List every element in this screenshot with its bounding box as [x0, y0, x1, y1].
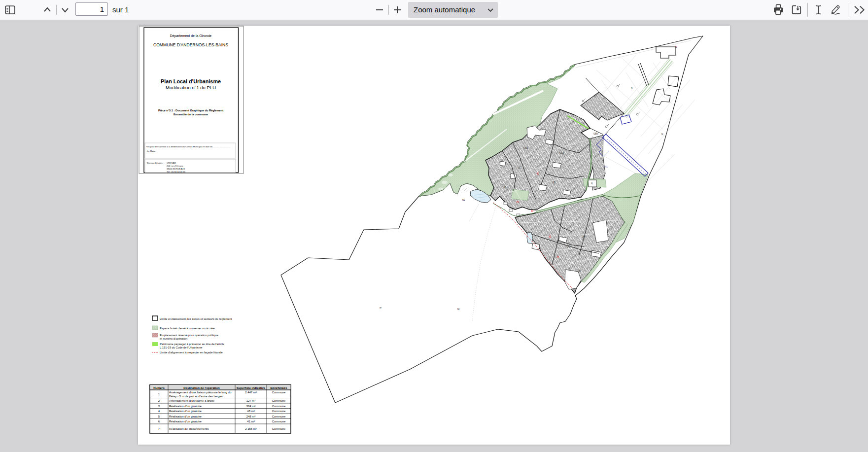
svg-text:Plan Local d'Urbanisme: Plan Local d'Urbanisme — [161, 78, 221, 84]
svg-text:Limite d'alignement à respecte: Limite d'alignement à respecter en façad… — [160, 351, 223, 354]
svg-text:334 m²: 334 m² — [246, 405, 256, 408]
svg-text:Commune: Commune — [272, 405, 286, 408]
svg-text:CREHAM: CREHAM — [167, 162, 176, 164]
svg-text:Réalisation de stationnements: Réalisation de stationnements — [169, 427, 208, 430]
svg-text:Aménagement d'un tourne à droi: Aménagement d'un tourne à droite — [169, 399, 215, 402]
svg-text:Département de la Gironde: Département de la Gironde — [170, 34, 212, 38]
svg-text:Destination de l'opération: Destination de l'opération — [183, 386, 220, 389]
svg-text:Limite et classement des zones: Limite et classement des zones et secteu… — [160, 317, 232, 320]
svg-text:COMMUNE D'ANDERNOS-LES-BAINS: COMMUNE D'ANDERNOS-LES-BAINS — [153, 42, 228, 47]
svg-text:N: N — [675, 46, 677, 48]
svg-text:202 rue d'Ornano: 202 rue d'Ornano — [167, 165, 183, 167]
svg-text:UB: UB — [582, 236, 585, 238]
svg-text:2 447 m²: 2 447 m² — [245, 391, 257, 394]
svg-text:Commune: Commune — [272, 399, 286, 402]
svg-text:41 m²: 41 m² — [247, 420, 254, 423]
svg-text:Commune: Commune — [272, 427, 286, 430]
svg-text:Réalisation d'un giratoire: Réalisation d'un giratoire — [169, 420, 202, 423]
svg-text:UBN: UBN — [593, 133, 598, 135]
svg-text:•Le Maire,: •Le Maire, — [146, 150, 156, 152]
svg-text:248 m²: 248 m² — [246, 415, 256, 418]
svg-text:2 156 m²: 2 156 m² — [245, 427, 257, 430]
svg-text:Espace boisé classé à conserve: Espace boisé classé à conserver ou à cré… — [160, 327, 215, 330]
svg-text:UC: UC — [578, 270, 581, 273]
svg-text:Bétey - 5 m de part et d'autre: Bétey - 5 m de part et d'autre des berge… — [169, 395, 223, 398]
svg-text:•Bureau d'études :: •Bureau d'études : — [146, 162, 164, 164]
svg-text:Commune: Commune — [272, 415, 286, 418]
svg-text:•Vu pour être annexé à la déli: •Vu pour être annexé à la délibération d… — [146, 145, 230, 148]
svg-text:Pièce n°5.1 : Document Graphiq: Pièce n°5.1 : Document Graphique du Règl… — [158, 109, 223, 112]
svg-text:Patrimoine paysager à préserve: Patrimoine paysager à préserver au titre… — [160, 343, 224, 346]
svg-text:Réalisation d'un giratoire: Réalisation d'un giratoire — [169, 405, 202, 408]
svg-text:Commune: Commune — [272, 410, 286, 413]
svg-text:2AU: 2AU — [604, 166, 608, 168]
svg-text:Réalisation d'un giratoire: Réalisation d'un giratoire — [169, 410, 202, 413]
svg-text:UC: UC — [518, 167, 521, 169]
svg-text:N: N — [591, 182, 592, 185]
svg-text:UB: UB — [552, 181, 555, 184]
svg-text:N: N — [661, 133, 663, 136]
svg-text:Commune: Commune — [272, 420, 286, 423]
svg-text:UCb: UCb — [559, 152, 564, 154]
svg-text:48 m²: 48 m² — [247, 410, 254, 413]
svg-text:Ensemble de la commune: Ensemble de la commune — [174, 113, 208, 116]
svg-text:N: N — [631, 87, 632, 89]
svg-text:er: er — [380, 307, 382, 309]
svg-text:Nk: Nk — [462, 199, 465, 202]
svg-text:127 m²: 127 m² — [246, 399, 256, 402]
svg-text:L.151-19 du Code de l'Urbanism: L.151-19 du Code de l'Urbanisme — [160, 346, 203, 349]
svg-text:Modification n°1 du PLU: Modification n°1 du PLU — [166, 85, 216, 90]
svg-text:Réalisation d'un giratoire: Réalisation d'un giratoire — [169, 415, 202, 418]
svg-text:Superficie indicative: Superficie indicative — [237, 386, 266, 389]
svg-text:Tél : 05 56 44 00 55: Tél : 05 56 44 00 55 — [167, 171, 186, 173]
svg-text:Nr: Nr — [457, 308, 460, 311]
svg-text:Bénéficiaire: Bénéficiaire — [270, 386, 287, 389]
svg-text:et numéro d'opération: et numéro d'opération — [160, 337, 187, 340]
svg-text:Aménagement d'une liaison piét: Aménagement d'une liaison piétonne le lo… — [169, 391, 231, 394]
svg-text:Emplacement réservé pour opéra: Emplacement réservé pour opération publi… — [160, 334, 218, 337]
svg-text:Commune: Commune — [272, 391, 286, 394]
svg-text:Numéro: Numéro — [153, 386, 165, 389]
svg-text:UC: UC — [567, 245, 570, 248]
svg-text:UPm: UPm — [503, 186, 508, 189]
svg-text:33000 BORDEAUX: 33000 BORDEAUX — [167, 168, 185, 170]
svg-text:UCa: UCa — [523, 147, 528, 149]
